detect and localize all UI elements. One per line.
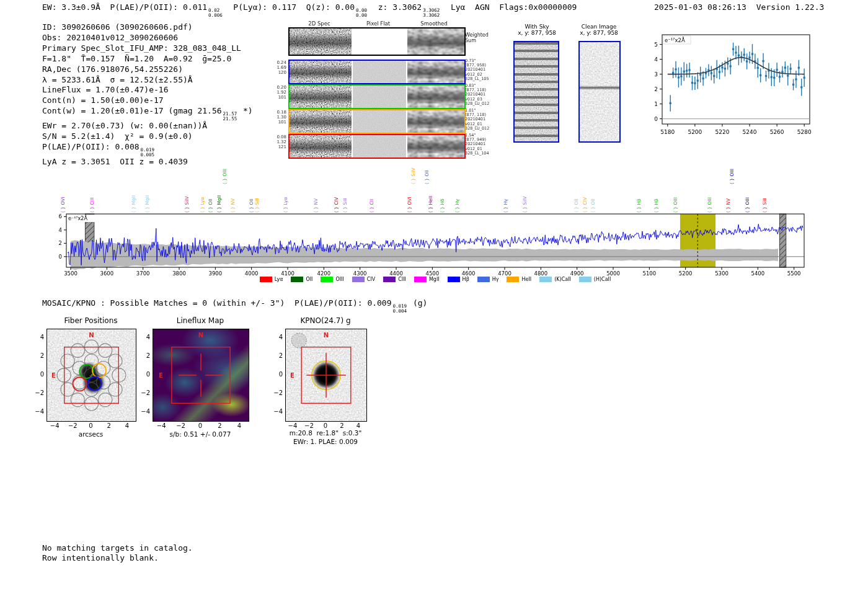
- x-tick-label: −4: [286, 422, 299, 429]
- clean-image-coords: x, y: 877, 958: [572, 30, 626, 36]
- svg-text:4800: 4800: [534, 270, 548, 276]
- kpno-overlay: [286, 329, 366, 421]
- svg-text:3800: 3800: [172, 270, 186, 276]
- svg-text:4400: 4400: [389, 270, 403, 276]
- detection-info-block: ID: 3090260606 (3090260606.pdf)Obs: 2021…: [42, 22, 253, 167]
- fiber-row-left-labels: 0.20 1.92 101: [272, 86, 286, 100]
- emission-line-label: ( } SiII: [255, 198, 260, 213]
- legend-item: Hγ: [477, 277, 499, 282]
- legend-item: MgII: [414, 277, 440, 282]
- emission-line-label: ( } Hβ: [637, 198, 642, 213]
- spec2d-cell: [290, 86, 352, 108]
- emission-line-label: ( } SiIV: [411, 167, 416, 184]
- x-tick-label: 4: [352, 422, 365, 429]
- spec2d-cell: [290, 110, 352, 133]
- svg-text:4000: 4000: [245, 270, 259, 276]
- cutout-row-fiber-4: [288, 134, 466, 159]
- fiber-positions-image: N E: [46, 329, 136, 422]
- smoothed-cell: [407, 61, 464, 83]
- x-tick-label: −2: [303, 422, 315, 429]
- svg-text:0: 0: [654, 116, 658, 122]
- legend-item: CIV: [352, 277, 375, 282]
- fiber-row-annotations: 1.01" (877, 118) 20210401 v012_01 328_LU…: [465, 109, 489, 131]
- svg-text:1: 1: [654, 101, 658, 107]
- svg-text:5200: 5200: [688, 129, 702, 135]
- smoothed-cell: [407, 86, 464, 108]
- signal-band: [407, 135, 464, 158]
- emission-line-label: ( } SiII: [763, 198, 768, 213]
- legend-item: OIII: [321, 277, 343, 282]
- elixer-detection-report: EW: 3.3±0.9Å P(LAE)/P(OII): 0.0110.020.0…: [0, 0, 868, 591]
- y-tick-label: 2: [32, 352, 44, 359]
- emission-line-label: ( } OIII: [707, 197, 712, 213]
- emission-line-label: ( } CII: [370, 199, 374, 213]
- legend-swatch: [383, 277, 396, 282]
- info-line: Primary Spec_Slot_IFU_AMP: 328_083_048_L…: [42, 43, 253, 54]
- svg-text:2: 2: [59, 240, 62, 246]
- compass-north-label: N: [89, 332, 94, 339]
- info-line: S/N = 5.2(±1.4) χ² = 0.9(±0.0): [42, 131, 253, 142]
- emission-line-label: ( } SiII: [343, 198, 348, 213]
- fiber-row-left-labels: 0.24 1.69 120: [272, 61, 286, 75]
- mosaic-kpno-line: MOSAIC/KPNO : Possible Matches = 0 (with…: [42, 298, 427, 313]
- x-tick-label: 0: [194, 422, 206, 429]
- spec2d-cell: [290, 29, 352, 55]
- y-tick-label: 0: [138, 371, 150, 378]
- compass-east-label: E: [51, 372, 56, 379]
- svg-text:5000: 5000: [606, 270, 620, 276]
- lineflux-map-title: Lineflux Map: [153, 316, 248, 325]
- full-spectrum-plot: 3500360037003800390040004100420043004400…: [54, 213, 806, 276]
- fiber-positions-title: Fiber Positions: [46, 316, 135, 325]
- uncertainty-range: 0.020.006: [208, 8, 223, 17]
- compass-east-label: E: [290, 372, 294, 379]
- smoothed-cell: [407, 110, 464, 133]
- text-line: Row intentionally blank.: [42, 553, 193, 563]
- legend-label: OIII: [335, 277, 343, 282]
- clean-image-noise: [580, 42, 619, 141]
- emission-line-label: ( } OII: [574, 198, 579, 213]
- clean-image-dark-band: [580, 86, 619, 90]
- catalog-match-note: No matching targets in catalog.Row inten…: [42, 543, 193, 562]
- emission-line-label: ( } OIII: [730, 169, 735, 184]
- emission-line-label: ( } OII: [208, 198, 213, 213]
- emission-line-label: ( } CIII: [90, 198, 95, 213]
- legend-label: MgII: [429, 277, 440, 282]
- emission-line-label: ( } Hγ: [503, 198, 508, 213]
- lineflux-map-image: N E: [153, 329, 249, 422]
- report-meta: 2025-01-03 08:26:13Version 1.22.3: [654, 2, 824, 12]
- emission-line-label: ( } NV: [231, 198, 236, 213]
- uncertainty-range: 0.0190.005: [141, 148, 155, 157]
- legend-label: CIV: [367, 277, 375, 282]
- svg-text:5400: 5400: [751, 270, 765, 276]
- legend-swatch: [579, 277, 591, 282]
- cutout-row-fiber-3: [288, 109, 466, 134]
- emission-line-label: ( } HeII: [428, 196, 433, 213]
- emission-line-label: ( } Hβ: [654, 198, 659, 213]
- pixelflat-cell: [353, 61, 406, 83]
- info-line: P(LAE)/P(OII): 0.0080.0190.005: [42, 142, 253, 157]
- cutout-noise: [353, 110, 406, 133]
- svg-text:5300: 5300: [715, 270, 728, 276]
- uncertainty-range: 21.5721.55: [223, 112, 237, 121]
- legend-swatch: [321, 277, 333, 282]
- y-tick-label: −4: [138, 408, 150, 415]
- line-fit-zoom-plot: 518052005220524052605280012345e⁻¹⁷x2Å: [644, 30, 814, 144]
- legend-item: (H)CaII: [579, 277, 611, 282]
- emission-line-label: ( } OII: [591, 198, 596, 213]
- spec2d-cell: [290, 135, 352, 158]
- svg-text:5220: 5220: [715, 129, 730, 135]
- x-tick-label: 2: [336, 422, 348, 429]
- y-tick-label: −4: [270, 408, 283, 415]
- svg-text:3900: 3900: [209, 270, 223, 276]
- svg-text:3: 3: [654, 71, 658, 78]
- kpno-title: KPNO(24.7) g: [273, 316, 378, 325]
- with-sky-title: With Sky: [508, 24, 565, 30]
- compass-north-label: N: [324, 332, 329, 339]
- fiber-positions-xlabel: arcsecs: [46, 430, 135, 438]
- clean-image-title: Clean Image: [572, 24, 626, 30]
- x-tick-label: 0: [319, 422, 332, 429]
- pixelflat-cell: [353, 135, 406, 158]
- info-line: ID: 3090260606 (3090260606.pdf): [42, 22, 253, 33]
- legend-swatch: [448, 277, 460, 282]
- with-sky-banding: [515, 42, 558, 141]
